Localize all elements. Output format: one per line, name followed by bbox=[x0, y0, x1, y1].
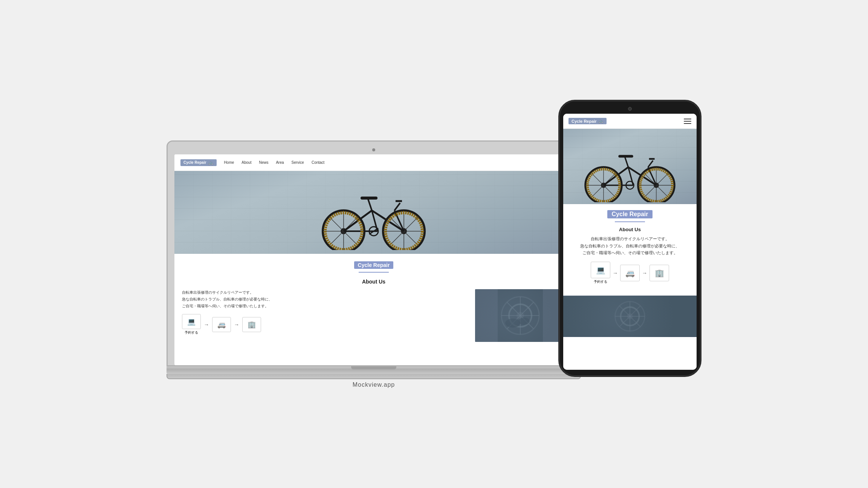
mobile-truck-icon: 🚐 bbox=[620, 265, 640, 281]
flow-truck-icon: 🚐 bbox=[212, 317, 231, 332]
svg-point-26 bbox=[501, 297, 539, 334]
mobile-flow-step-1: 💻 予約する bbox=[591, 262, 610, 284]
mobile-flow-step-3: 🏢 bbox=[649, 265, 669, 281]
nav-about[interactable]: About bbox=[241, 160, 251, 165]
phone-body: Cycle Repair 🚲 bbox=[558, 100, 701, 377]
svg-rect-17 bbox=[361, 197, 377, 200]
desktop-underline bbox=[359, 272, 389, 273]
desktop-nav: Cycle Repair 🚲 Home About News Area Serv… bbox=[174, 154, 573, 171]
svg-point-61 bbox=[615, 302, 645, 331]
desktop-bike-icon: 🚲 bbox=[208, 160, 214, 165]
hero-bike-svg bbox=[313, 182, 434, 250]
svg-line-18 bbox=[394, 203, 400, 210]
nav-home[interactable]: Home bbox=[224, 160, 234, 165]
mobile-flow-diagram: 💻 予約する → 🚐 → 🏢 bbox=[569, 262, 691, 284]
hamburger-line-3 bbox=[684, 123, 691, 124]
desktop-logo-text: Cycle Repair bbox=[183, 160, 206, 165]
laptop-mockup: Cycle Repair 🚲 Home About News Area Serv… bbox=[167, 140, 581, 388]
nav-area[interactable]: Area bbox=[276, 160, 284, 165]
desktop-content: Cycle Repair About Us 自転車出張修理のサイクルリペアーです… bbox=[174, 254, 573, 349]
flow-device-icon: 💻 bbox=[182, 314, 201, 329]
svg-point-34 bbox=[518, 317, 530, 325]
nav-news[interactable]: News bbox=[259, 160, 268, 165]
svg-rect-35 bbox=[498, 289, 543, 342]
mobile-logo-text: Cycle Repair bbox=[572, 119, 597, 124]
phone-screen: Cycle Repair 🚲 bbox=[563, 114, 697, 370]
mobile-website: Cycle Repair 🚲 bbox=[563, 114, 697, 370]
mobile-content-section: Cycle Repair About Us 自転車出張修理のサイクルリペアーです… bbox=[563, 204, 697, 296]
flow-book-label: 予約する bbox=[185, 330, 198, 335]
svg-line-16 bbox=[368, 199, 372, 210]
phone-mockup: Cycle Repair 🚲 bbox=[558, 100, 701, 377]
svg-line-31 bbox=[507, 302, 533, 329]
mobile-hero-image bbox=[563, 129, 697, 204]
svg-rect-53 bbox=[618, 155, 633, 158]
svg-rect-25 bbox=[475, 289, 565, 342]
desktop-nav-links: Home About News Area Service Contact bbox=[224, 160, 325, 165]
flow-building-icon: 🏢 bbox=[242, 317, 261, 332]
hamburger-line-2 bbox=[684, 121, 691, 122]
mobile-repair-image bbox=[563, 296, 697, 337]
nav-contact[interactable]: Contact bbox=[312, 160, 324, 165]
mobile-underline bbox=[615, 221, 645, 222]
svg-point-63 bbox=[627, 313, 633, 319]
desktop-about-image bbox=[475, 289, 565, 342]
laptop-bottom bbox=[167, 374, 581, 379]
flow-step-1: 💻 予約する bbox=[182, 314, 201, 335]
desktop-flow-diagram: 💻 予約する → 🚐 → 🏢 bbox=[182, 314, 469, 335]
mobile-about-text: 自転車出張修理のサイクルリペアーです。 急な自転車のトラブル、自転車の修理が必要… bbox=[569, 235, 691, 256]
svg-line-66 bbox=[619, 306, 640, 327]
desktop-main-title: Cycle Repair bbox=[354, 261, 394, 269]
desktop-about-content: 自転車出張修理のサイクルリペアーです。 急な自転車のトラブル、自転車の修理が必要… bbox=[182, 289, 565, 342]
desktop-website: Cycle Repair 🚲 Home About News Area Serv… bbox=[174, 154, 573, 365]
mobile-logo: Cycle Repair 🚲 bbox=[568, 118, 607, 124]
flow-step-2: 🚐 bbox=[212, 317, 231, 332]
svg-rect-60 bbox=[563, 296, 697, 337]
mobile-building-icon: 🏢 bbox=[649, 265, 669, 281]
hamburger-menu[interactable] bbox=[684, 119, 691, 124]
svg-rect-68 bbox=[563, 296, 697, 337]
laptop-screen: Cycle Repair 🚲 Home About News Area Serv… bbox=[174, 154, 573, 365]
svg-line-52 bbox=[625, 157, 628, 167]
mobile-bike-svg bbox=[577, 142, 683, 202]
desktop-logo: Cycle Repair 🚲 bbox=[180, 159, 217, 166]
svg-line-54 bbox=[648, 160, 653, 167]
svg-point-62 bbox=[620, 307, 639, 325]
desktop-about-heading: About Us bbox=[182, 279, 565, 285]
laptop-camera bbox=[372, 148, 375, 151]
svg-point-28 bbox=[517, 312, 524, 319]
mobile-bike-icon: 🚲 bbox=[598, 119, 604, 124]
mobile-arrow-1: → bbox=[613, 270, 618, 276]
mobile-device-icon: 💻 bbox=[591, 262, 610, 278]
mobile-nav: Cycle Repair 🚲 bbox=[563, 114, 697, 129]
desktop-hero-image bbox=[174, 171, 573, 254]
mobile-flow-step-2: 🚐 bbox=[620, 265, 640, 281]
mobile-arrow-2: → bbox=[642, 270, 647, 276]
svg-point-33 bbox=[505, 319, 520, 328]
mockview-label: Mockview.app bbox=[167, 381, 581, 388]
mobile-flow-label: 予約する bbox=[594, 279, 607, 284]
nav-service[interactable]: Service bbox=[292, 160, 304, 165]
laptop-base bbox=[167, 366, 581, 374]
mobile-main-title: Cycle Repair bbox=[607, 210, 653, 218]
flow-arrow-1: → bbox=[204, 322, 209, 328]
flow-arrow-2: → bbox=[234, 322, 239, 328]
phone-camera bbox=[628, 107, 632, 111]
mobile-about-heading: About Us bbox=[569, 227, 691, 232]
svg-line-32 bbox=[507, 302, 533, 329]
laptop-camera-bar bbox=[174, 148, 573, 151]
main-scene: Cycle Repair 🚲 Home About News Area Serv… bbox=[20, 100, 848, 388]
desktop-about-text: 自転車出張修理のサイクルリペアーです。 急な自転車のトラブル、自転車の修理が必要… bbox=[182, 289, 469, 310]
laptop-body: Cycle Repair 🚲 Home About News Area Serv… bbox=[167, 140, 581, 366]
svg-line-67 bbox=[619, 306, 640, 327]
svg-point-27 bbox=[509, 304, 532, 327]
hamburger-line-1 bbox=[684, 119, 691, 119]
flow-step-3: 🏢 bbox=[242, 317, 261, 332]
phone-top-bar bbox=[563, 107, 697, 111]
